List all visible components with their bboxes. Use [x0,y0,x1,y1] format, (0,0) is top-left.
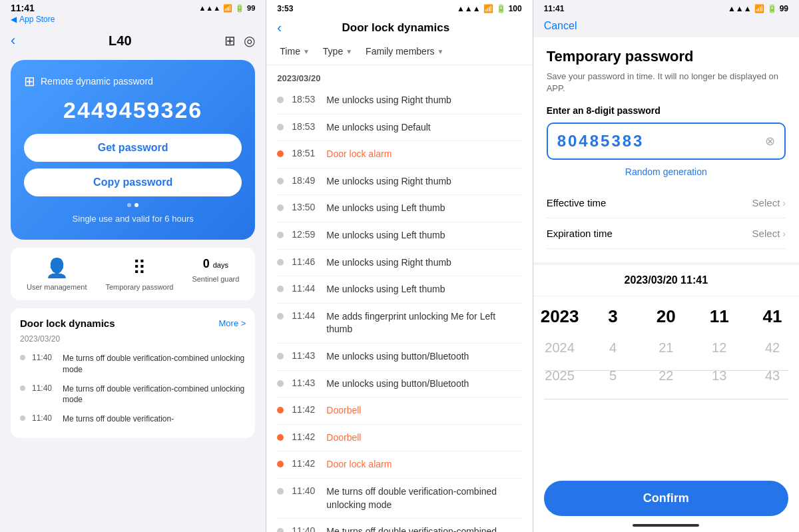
p2-item-3: 18:49Me unlocks using Right thumb [277,168,521,196]
p2-date: 2023/03/20 [277,65,521,87]
picker-minute-42[interactable]: 42 [746,335,799,360]
wifi-icon: 📶 [223,4,232,13]
p2-desc-3: Me unlocks using Right thumb [326,175,521,188]
validity-text: Single use and valid for 6 hours [24,214,242,224]
p2-dot-3 [277,178,284,184]
picker-minute-43[interactable]: 43 [746,363,799,388]
p2-item-13: 11:42Door lock alarm [277,451,521,479]
p2-items-container: 18:53Me unlocks using Right thumb18:53Me… [277,87,521,532]
dynamics-item-0: 11:40 Me turns off double verification-c… [20,349,246,380]
back-button[interactable]: ‹ [11,32,15,49]
page-title-2: Door lock dynamics [290,21,502,35]
cancel-button[interactable]: Cancel [544,20,577,31]
expiration-time-chevron: › [782,228,786,239]
random-generation-button[interactable]: Random generation [547,166,786,177]
p2-item-10: 11:43Me unlocks using button/Bluetooth [277,371,521,398]
p2-desc-7: Me unlocks using Left thumb [326,283,521,296]
p2-time-15: 11:40 [292,525,318,532]
password-input-row: 80485383 ⊗ [547,123,786,160]
confirm-button[interactable]: Confirm [544,481,788,516]
filter-time[interactable]: Time ▼ [280,46,310,57]
qa-user-management[interactable]: 👤 User management [27,257,87,291]
p2-time-1: 18:53 [292,121,318,132]
panel-1: 11:41 ▲▲▲ 📶 🔋 99 ◀ App Store ‹ L40 ⊞ ◎ ⊞… [0,0,266,532]
expiration-time-label: Expiration time [547,228,613,239]
expiration-time-value[interactable]: Select › [752,228,786,239]
grid-icon[interactable]: ⊞ [224,33,236,49]
picker-minute-41[interactable]: 41 [746,302,799,332]
picker-day-21[interactable]: 21 [639,335,692,360]
p2-dot-12 [277,434,284,441]
picker-month[interactable]: 3 4 5 [587,302,640,467]
picker-year[interactable]: 2023 2024 2025 [533,302,587,467]
picker-minute[interactable]: 41 42 43 [746,302,799,467]
copy-password-button[interactable]: Copy password [24,168,242,196]
p2-time-4: 13:50 [292,202,318,212]
back-button-2[interactable]: ‹ [277,20,282,35]
p2-dot-2 [277,150,284,157]
picker-hour-13[interactable]: 13 [692,363,746,388]
p2-desc-8: Me adds fingerprint unlocking Me for Lef… [326,310,521,336]
wifi-icon-3: 📶 [754,4,764,13]
expiration-time-select: Select [752,228,780,239]
p2-dot-0 [277,97,284,103]
battery-level-3: 99 [780,4,788,13]
picker-day[interactable]: 20 21 22 [639,302,692,467]
clear-icon[interactable]: ⊗ [765,134,775,148]
p2-dot-11 [277,407,284,413]
expiration-time-row[interactable]: Expiration time Select › [547,218,786,249]
settings-icon[interactable]: ◎ [244,33,255,49]
door-lock-section: Door lock dynamics More > 2023/03/20 11:… [11,308,255,438]
p2-item-7: 11:44Me unlocks using Left thumb [277,276,521,304]
get-password-button[interactable]: Get password [24,134,242,162]
p2-dot-9 [277,353,284,360]
timeline-dot-0 [20,355,25,360]
battery-icon: 🔋 [235,4,244,13]
p2-desc-2: Door lock alarm [326,148,521,161]
p2-dot-6 [277,259,284,266]
wifi-icon-2: 📶 [483,4,493,13]
p2-time-5: 12:59 [292,229,318,240]
picker-hour[interactable]: 11 12 13 [692,302,746,467]
dynamics-item-1: 11:40 Me turns off double verification-c… [20,380,246,410]
app-store-bar-1[interactable]: ◀ App Store [0,15,266,27]
picker-hour-11[interactable]: 11 [692,302,746,332]
picker-day-22[interactable]: 22 [639,363,692,388]
picker-day-20[interactable]: 20 [639,302,692,332]
picker-year-2025[interactable]: 2025 [533,363,587,388]
temp-password-subtitle: Save your password in time. It will no l… [547,71,786,95]
card-header-label: Remote dynamic password [41,76,153,87]
time-3: 11:41 [544,4,565,13]
p2-dot-1 [277,124,284,131]
p2-time-13: 11:42 [292,458,318,469]
p2-item-6: 11:46Me unlocks using Right thumb [277,250,521,277]
qa-sentinel-badge: 0 days [203,257,228,271]
picker-month-4[interactable]: 4 [587,335,640,360]
back-arrow-icon: ◀ [11,15,17,24]
qa-temp-password[interactable]: ⠿ Temporary password [105,257,173,291]
quick-actions: 👤 User management ⠿ Temporary password 0… [11,248,255,300]
more-link[interactable]: More > [219,318,246,328]
filter-type[interactable]: Type ▼ [323,46,352,57]
picker-hour-12[interactable]: 12 [692,335,746,360]
date-picker-container: 2023 2024 2025 3 4 5 20 21 22 11 12 13 4… [533,296,799,532]
p2-dot-13 [277,461,284,467]
p2-item-8: 11:44Me adds fingerprint unlocking Me fo… [277,304,521,344]
filter-bar: Time ▼ Type ▼ Family members ▼ [266,41,532,65]
qa-sentinel[interactable]: 0 days Sentinel guard [192,257,239,283]
picker-month-5[interactable]: 5 [587,363,640,388]
p2-desc-0: Me unlocks using Right thumb [326,94,521,107]
effective-time-row[interactable]: Effective time Select › [547,188,786,218]
picker-year-2023[interactable]: 2023 [533,302,587,332]
p2-item-0: 18:53Me unlocks using Right thumb [277,87,521,115]
p2-time-7: 11:44 [292,283,318,294]
effective-time-value[interactable]: Select › [752,197,786,208]
picker-month-3[interactable]: 3 [587,302,640,332]
filter-time-arrow: ▼ [303,48,310,55]
p2-desc-15: Me turns off double verification-combine… [326,525,521,532]
p2-item-4: 13:50Me unlocks using Left thumb [277,195,521,222]
picker-year-2024[interactable]: 2024 [533,335,587,360]
p2-time-2: 18:51 [292,148,318,158]
password-input-value[interactable]: 80485383 [557,132,765,150]
filter-family[interactable]: Family members ▼ [366,46,443,57]
